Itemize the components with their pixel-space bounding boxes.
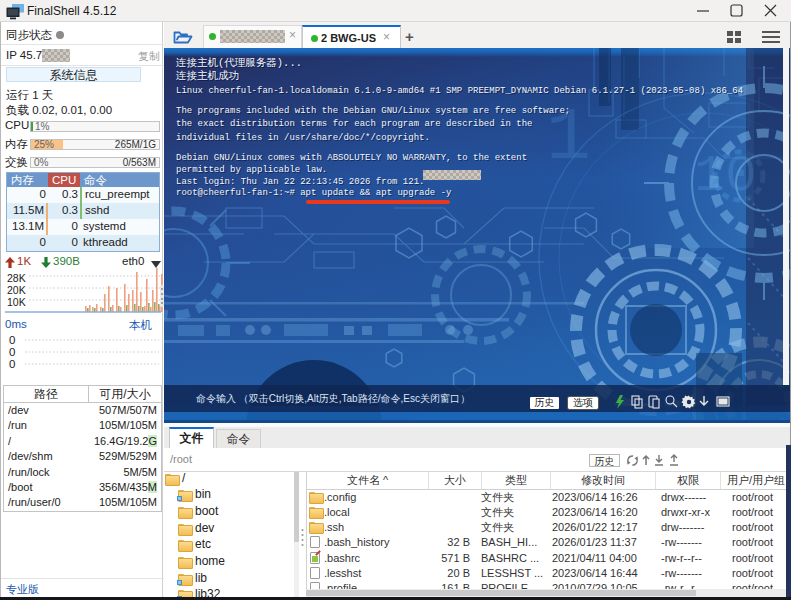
- svg-text:10: 10: [694, 147, 756, 206]
